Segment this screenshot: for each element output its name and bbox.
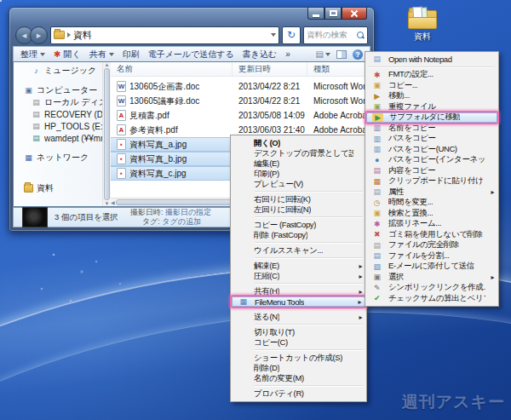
context-menu-item[interactable]: 削除(D)	[232, 363, 365, 373]
column-header[interactable]: 更新日時	[233, 62, 307, 76]
context-menu-item[interactable]: 共有(H)▸	[232, 286, 365, 296]
submenu-item[interactable]: ▤Open with Notepad	[366, 54, 497, 65]
toolbar-overflow-button[interactable]: »	[285, 49, 290, 59]
context-menu-item[interactable]: プロパティ(R)	[232, 388, 365, 399]
open-button[interactable]: ✱開く	[54, 49, 81, 60]
sidebar-item[interactable]: ▦ネットワーク	[14, 152, 102, 164]
context-menu-item[interactable]: 開く(O)	[232, 138, 365, 148]
context-menu-item[interactable]: 切り取り(T)	[232, 327, 365, 337]
command-toolbar: 整理✱開く共有印刷電子メールで送信する書き込む» ▤ ?	[13, 46, 370, 62]
share-button[interactable]: 共有	[89, 49, 114, 60]
context-menu-item[interactable]: 圧縮(C)▸	[232, 271, 365, 281]
file-row[interactable]: A見積書.pdf2013/05/08 14:09Adobe Acrobat ..…	[111, 108, 370, 123]
submenu-item[interactable]: ✔チェックサムの算出とベリファイ...	[366, 293, 497, 304]
file-name: 資料写真_c.jpg	[129, 168, 187, 180]
sidebar-item[interactable]: 資料	[14, 182, 102, 194]
context-menu-item[interactable]: 名前の変更(M)	[232, 373, 365, 383]
menu-item-label: 名前をコピー	[388, 123, 435, 134]
file-row[interactable]: W130605企画書.doc2013/04/22 8:21Microsoft W…	[111, 79, 370, 94]
toolbar-button-label: »	[285, 49, 290, 59]
field-value[interactable]: 撮影日の指定	[165, 208, 211, 216]
submenu-item[interactable]: ▧E-メールに添付して送信	[366, 262, 497, 273]
scrollbar-thumb[interactable]	[104, 68, 110, 200]
context-menu-item[interactable]: 右回りに回転(K)	[232, 194, 365, 204]
file-name-cell: A参考資料.pdf	[111, 124, 233, 136]
sidebar-item[interactable]: ▤wamdept (¥¥mmm-file..	[14, 132, 102, 144]
minimize-button[interactable]	[307, 8, 324, 20]
scroll-up-icon[interactable]: ▲	[105, 62, 110, 67]
scroll-down-icon[interactable]: ▼	[105, 201, 110, 206]
submenu-item[interactable]: ▤ファイルを分割...	[366, 250, 497, 262]
desktop-icon-shiryo[interactable]: 資料	[397, 6, 448, 43]
submenu-item[interactable]: ●パスをコピー(インターネット)	[366, 155, 497, 166]
menu-separator	[255, 257, 363, 259]
preview-pane-button[interactable]	[336, 50, 347, 59]
submenu-item[interactable]: ▦クリップボードに貼り付け	[366, 176, 497, 187]
context-menu-item[interactable]: 削除 (FastCopy)	[232, 230, 365, 240]
context-menu-item[interactable]: ウイルススキャン...	[232, 245, 365, 256]
search-input[interactable]: 資料の検索	[303, 26, 368, 44]
submenu-item[interactable]: ▣重複ファイル	[366, 101, 497, 112]
submenu-item[interactable]: ▤属性▸	[366, 187, 497, 198]
menu-item-label: クリップボードに貼り付け	[388, 176, 483, 187]
context-menu-item[interactable]: 送る(N)▸	[232, 312, 365, 322]
file-row[interactable]: W130605議事録.doc2013/04/22 8:21Microsoft W…	[111, 94, 370, 108]
context-menu-item[interactable]: ▦FileMenu Tools▸	[232, 296, 365, 307]
burn-button[interactable]: 書き込む	[243, 49, 277, 60]
submenu-item[interactable]: ✖ゴミ箱を使用しないで削除	[366, 229, 497, 240]
submenu-item[interactable]: ▥パスをコピー	[366, 134, 497, 145]
sidebar-item[interactable]: ▤ローカル ディスク (C:)	[14, 96, 102, 108]
submenu-item[interactable]: ✱FMTの設定...	[366, 70, 497, 81]
context-menu-item[interactable]: ショートカットの作成(S)	[232, 353, 365, 363]
forward-button[interactable]: ▸	[30, 26, 48, 44]
context-menu-item[interactable]: コピー (FastCopy)	[232, 220, 365, 230]
submenu-item[interactable]: ▤ファイルの完全削除	[366, 240, 497, 251]
submenu-item[interactable]: ✎シンボリックリンクを作成...	[366, 283, 497, 294]
submenu-item[interactable]: ▶サブフォルダに移動	[366, 112, 497, 124]
field-value[interactable]: タグの追加	[162, 217, 201, 226]
submenu-item[interactable]: ▣コピー...	[366, 80, 497, 91]
submenu-item[interactable]: ▶移動...	[366, 91, 497, 102]
organize-button[interactable]: 整理	[20, 49, 45, 60]
drive-icon: ▤	[32, 122, 41, 130]
address-dropdown-icon[interactable]	[271, 33, 276, 37]
maximize-button[interactable]	[324, 8, 342, 20]
refresh-button[interactable]: ↻	[282, 26, 301, 44]
context-menu-item[interactable]: 印刷(P)	[232, 169, 365, 179]
search-replace-icon: ▣	[371, 209, 382, 218]
sidebar-scrollbar[interactable]: ▲ ▼	[102, 62, 111, 206]
context-menu-item[interactable]: 左回りに回転(N)	[232, 204, 365, 215]
menu-item-label: パスをコピー	[388, 134, 436, 145]
context-menu-item[interactable]: デスクトップの背景として設定(B)	[232, 148, 365, 158]
breadcrumb-path[interactable]: 資料	[73, 29, 92, 42]
sidebar-item[interactable]: ▤HP_TOOLS (E:)	[14, 120, 102, 132]
submenu-item[interactable]: ▥名前をコピー	[366, 123, 497, 134]
sidebar-item[interactable]: ▤RECOVERY (D:)	[14, 108, 102, 120]
change-view-button[interactable]: ▤	[316, 49, 330, 59]
context-menu-item[interactable]: 解凍(E)▸	[232, 261, 365, 271]
column-header[interactable]: 名前	[111, 62, 233, 76]
submenu-item[interactable]: ◷時間を変更...	[366, 198, 497, 209]
column-header[interactable]: 種類	[307, 62, 370, 76]
submenu-item[interactable]: ▤内容をコピー	[366, 165, 497, 176]
email-button[interactable]: 電子メールで送信する	[148, 49, 234, 60]
sidebar-item[interactable]: ▣コンピューター	[14, 84, 102, 96]
submenu-item[interactable]: ✱拡張リネーム...	[366, 219, 497, 230]
context-menu-item[interactable]: 編集(E)	[232, 158, 365, 169]
sidebar-item[interactable]: ♪ミュージック	[14, 65, 102, 77]
submenu-item[interactable]: ▣検索と置換...	[366, 208, 497, 219]
context-menu-item[interactable]: コピー(C)	[232, 337, 365, 348]
scroll-left-icon[interactable]: ◀	[111, 199, 115, 205]
print-button[interactable]: 印刷	[123, 49, 140, 60]
menu-item-label: 内容をコピー	[388, 165, 435, 176]
help-button[interactable]: ?	[353, 49, 363, 60]
submenu-item[interactable]: ▣選択▸	[366, 272, 497, 283]
toolbar-button-label: 電子メールで送信する	[148, 49, 234, 60]
sidebar-item-label: 資料	[37, 182, 54, 194]
submenu-item[interactable]: ▥パスをコピー(UNC)	[366, 144, 497, 155]
close-button[interactable]	[342, 8, 367, 20]
file-name: 参考資料.pdf	[129, 124, 178, 136]
address-bar[interactable]: 資料	[50, 26, 279, 44]
context-menu-item[interactable]: プレビュー(V)	[232, 179, 365, 189]
sidebar-item-label: wamdept (¥¥mmm-file..	[44, 134, 102, 143]
